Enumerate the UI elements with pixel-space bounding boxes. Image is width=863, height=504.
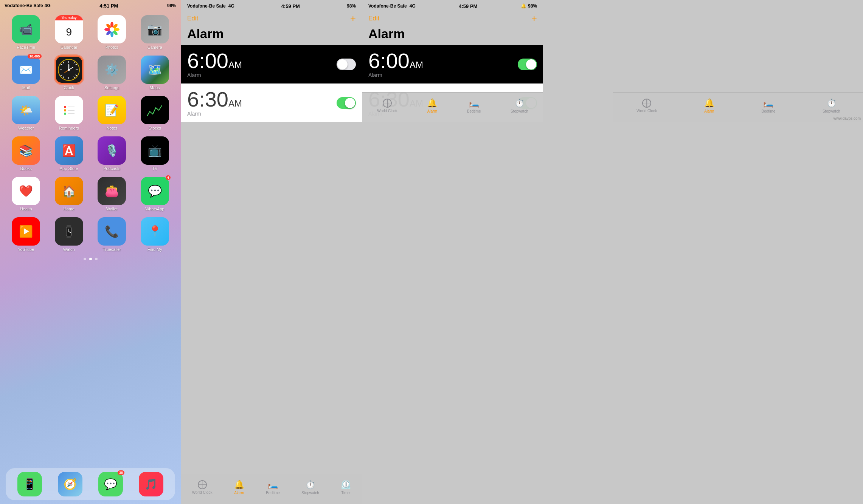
- alarm-nav: Edit +: [181, 12, 362, 26]
- alarm-time-2: 6:30AM: [187, 89, 242, 110]
- messages-badge: 38: [118, 470, 124, 475]
- battery-home: 98%: [167, 3, 176, 8]
- alarm-row-2[interactable]: 6:30AM Alarm: [181, 83, 362, 122]
- edit-button-3[interactable]: Edit: [368, 15, 379, 22]
- app-calendar-label: Calendar: [61, 45, 78, 49]
- app-whatsapp[interactable]: 💬 4 WhatsApp: [137, 177, 174, 211]
- app-truecaller-label: Truecaller: [103, 247, 121, 252]
- tab-bedtime-3[interactable]: 🛏️ Bedtime: [467, 98, 481, 113]
- tab-stopwatch-label: Stopwatch: [301, 491, 319, 495]
- alarm-time-1: 6:00AM: [187, 50, 242, 71]
- app-camera[interactable]: 📷 Camera: [137, 15, 174, 49]
- page-dots: [0, 255, 181, 263]
- app-facetime[interactable]: 📹 FaceTime: [8, 15, 45, 49]
- app-youtube[interactable]: ▶️ YouTube: [8, 217, 45, 252]
- app-notes[interactable]: 📝 Notes: [93, 96, 130, 130]
- app-stocks[interactable]: Stocks: [137, 96, 174, 130]
- dock-messages[interactable]: 💬 38: [98, 472, 123, 496]
- watermark: www.davps.com: [834, 116, 861, 121]
- status-bar-alarm3: Vodafone-Be Safe 4G 4:59 PM 🔔 98%: [362, 0, 543, 12]
- tab-alarm[interactable]: 🔔 Alarm: [234, 480, 244, 495]
- status-bar-home: Vodafone-Be Safe 4G 4:51 PM 98%: [0, 0, 181, 11]
- app-findmy[interactable]: 📍 Find My: [137, 217, 174, 252]
- app-truecaller[interactable]: 📞 Truecaller: [93, 217, 130, 252]
- alarm-toggle-3-1[interactable]: [518, 59, 537, 70]
- app-notes-label: Notes: [106, 126, 117, 130]
- app-photos[interactable]: Photos: [93, 15, 130, 49]
- alarm-ampm-1: AM: [228, 60, 242, 70]
- tab-stopwatch-3[interactable]: ⏱️ Stopwatch: [511, 98, 528, 113]
- tab-bedtime-r[interactable]: 🛏️ Bedtime: [762, 98, 776, 113]
- home-screen: Vodafone-Be Safe 4G 4:51 PM 98% 📹 FaceTi…: [0, 0, 181, 504]
- whatsapp-badge: 4: [166, 175, 171, 180]
- app-health[interactable]: ❤️ Health: [8, 177, 45, 211]
- app-calendar[interactable]: Thursday 9 Calendar: [51, 15, 88, 49]
- dot-2[interactable]: [89, 258, 92, 260]
- svg-point-31: [64, 113, 66, 115]
- alarm-toggle-2[interactable]: [337, 97, 356, 109]
- svg-point-29: [64, 109, 66, 111]
- app-reminders[interactable]: Reminders: [51, 96, 88, 130]
- dot-1[interactable]: [84, 258, 86, 260]
- mail-badge: 18,495: [28, 54, 42, 59]
- svg-point-9: [110, 27, 114, 32]
- tab-alarm-label: Alarm: [234, 491, 244, 495]
- battery-alarm: 98%: [347, 3, 356, 9]
- add-alarm-button[interactable]: +: [350, 14, 356, 23]
- app-wallet-label: Wallet: [106, 207, 118, 211]
- dock-safari[interactable]: 🧭: [58, 472, 82, 496]
- tab-bar-alarm3: World Clock 🔔 Alarm 🛏️ Bedtime ⏱️ Stopwa…: [362, 92, 543, 122]
- alarm-row-3-1[interactable]: 6:00AM Alarm: [362, 45, 543, 83]
- app-books[interactable]: 📚 Books: [8, 136, 45, 171]
- svg-point-26: [68, 69, 70, 71]
- alarm-label-2: Alarm: [187, 111, 242, 117]
- app-facetime-label: FaceTime: [17, 45, 36, 49]
- time-alarm: 4:59 PM: [281, 3, 300, 9]
- alarm-row-1[interactable]: 6:00AM Alarm: [181, 45, 362, 83]
- alarm-nav-3: Edit +: [362, 12, 543, 26]
- dot-3[interactable]: [95, 258, 98, 260]
- carrier-home: Vodafone-Be Safe: [5, 3, 43, 8]
- tab-world-clock-label-r: World Clock: [636, 109, 657, 113]
- alarm-screen-after: Vodafone-Be Safe 4G 4:59 PM 🔔 98% Edit +…: [362, 0, 863, 504]
- app-reminders-label: Reminders: [59, 126, 79, 130]
- app-findmy-label: Find My: [147, 247, 162, 252]
- tab-alarm-r[interactable]: 🔔 Alarm: [704, 98, 714, 113]
- app-camera-label: Camera: [147, 45, 162, 49]
- app-weather[interactable]: 🌤️ Weather: [8, 96, 45, 130]
- tab-bar-alarm: World Clock 🔔 Alarm 🛏️ Bedtime ⏱️ Stopwa…: [181, 474, 362, 504]
- screen3-inner: Vodafone-Be Safe 4G 4:59 PM 🔔 98% Edit +…: [362, 0, 863, 122]
- app-appstore[interactable]: 🅰️ App Store: [51, 136, 88, 171]
- app-settings[interactable]: ⚙️ Settings: [93, 56, 130, 90]
- tab-stopwatch-r[interactable]: ⏱️ Stopwatch: [823, 98, 840, 113]
- dock-phone[interactable]: 📱: [17, 472, 42, 496]
- tab-world-clock[interactable]: World Clock: [192, 480, 213, 495]
- tab-alarm-3[interactable]: 🔔 Alarm: [427, 98, 437, 113]
- app-clock[interactable]: Clock: [51, 56, 88, 90]
- app-wallet[interactable]: 👛 Wallet: [93, 177, 130, 211]
- app-maps[interactable]: 🗺️ Maps: [137, 56, 174, 90]
- add-alarm-button-3[interactable]: +: [531, 14, 537, 23]
- dock-music[interactable]: 🎵: [139, 472, 163, 496]
- alarm-after-col1: Vodafone-Be Safe 4G 4:59 PM 🔔 98% Edit +…: [362, 0, 543, 122]
- alarm-toggle-1[interactable]: [337, 59, 356, 70]
- app-home[interactable]: 🏠 Home: [51, 177, 88, 211]
- tab-timer-label: Timer: [341, 491, 351, 495]
- app-photos-label: Photos: [106, 45, 118, 49]
- app-watch[interactable]: Watch: [51, 217, 88, 252]
- tab-world-clock-r[interactable]: World Clock: [636, 99, 657, 113]
- app-clock-label: Clock: [64, 85, 74, 90]
- tab-stopwatch[interactable]: ⏱️ Stopwatch: [301, 480, 319, 495]
- app-tv-label: TV: [152, 166, 157, 171]
- tab-world-clock-3[interactable]: World Clock: [377, 99, 397, 113]
- app-youtube-label: YouTube: [18, 247, 34, 252]
- app-mail[interactable]: ✉️ 18,495 Mail: [8, 56, 45, 90]
- tab-bedtime[interactable]: 🛏️ Bedtime: [266, 480, 280, 495]
- app-podcasts[interactable]: 🎙️ Podcasts: [93, 136, 130, 171]
- tab-timer[interactable]: ⏲️ Timer: [341, 480, 351, 495]
- calendar-day: 9: [66, 20, 72, 43]
- edit-button[interactable]: Edit: [187, 15, 198, 22]
- app-settings-label: Settings: [104, 85, 120, 90]
- app-tv[interactable]: 📺 TV: [137, 136, 174, 171]
- svg-rect-38: [67, 236, 71, 238]
